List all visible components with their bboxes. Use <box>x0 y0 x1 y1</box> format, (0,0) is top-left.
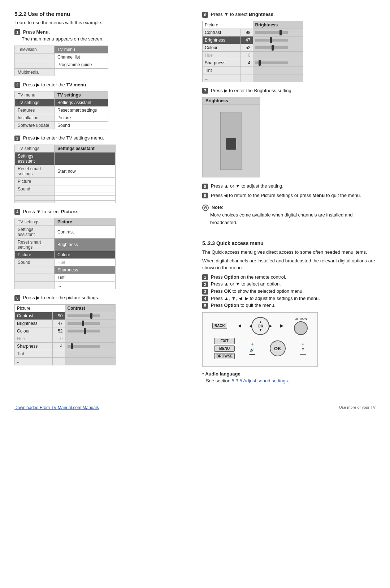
step-9: 9 Press ◀ to return to the Picture setti… <box>202 192 376 199</box>
menu-bs-n1: Contrast <box>203 29 240 36</box>
menu-bs-s5 <box>253 59 303 66</box>
remote-browse-btn: BROWSE <box>214 353 235 359</box>
menu-cs-s2 <box>65 319 116 327</box>
note-text: More choices come available when digital… <box>210 211 376 227</box>
menu-ps-r7: ... <box>55 282 116 289</box>
menu-bs-n7: ... <box>203 74 240 82</box>
qa-step-1-text: Press Option on the remote control. <box>211 274 286 280</box>
menu-bs-v6 <box>240 66 253 74</box>
menu-cs-v3: 52 <box>52 327 65 335</box>
menu-ps-l1: Settings assistant <box>15 226 55 239</box>
qa-step-5: 5 Press Option to quit the menu. <box>202 302 376 309</box>
step-7-text: Press ▶ to enter the Brightness setting. <box>211 88 293 93</box>
step-9-label: 9 <box>202 193 208 198</box>
menu-tv-right-4 <box>55 68 108 76</box>
remote-option-label: OPTION <box>295 317 307 321</box>
remote-menu-btn: MENU <box>214 345 235 352</box>
menu-bs-v3: 52 <box>240 44 253 51</box>
step-1: 1 Press Menu. <box>14 29 188 36</box>
step-6-label: 6 <box>202 12 208 18</box>
menu-cs-s4 <box>65 335 116 342</box>
remote-dpad: ▲ ◀ OK ▶ ▼ <box>251 317 269 335</box>
menu-bs-n3: Colour <box>203 44 240 51</box>
menu-bs-n4: Hue <box>203 51 240 59</box>
menu-cs-v7 <box>52 357 65 365</box>
menu-bs-v2: 47 <box>240 36 253 44</box>
menu-tvs-r4: Sound <box>55 122 108 129</box>
menu-ps-r6: Tint <box>55 274 116 282</box>
menu-bs-s2 <box>253 36 303 44</box>
remote-volume: + 🔊 — <box>249 341 255 356</box>
remote-ok-large: OK <box>270 340 286 356</box>
menu-bs-v5: 4 <box>240 59 253 66</box>
qa-step-5-text: Press Option to quit the menu. <box>211 302 276 308</box>
step-4: 4 Press ▼ to select Picture. <box>14 208 188 215</box>
step-1-label: 1 <box>14 29 20 35</box>
menu-tv-right-3: Programme guide <box>55 61 108 68</box>
audio-bullet: • Audio language See section 5.3.5 Adjus… <box>202 370 376 385</box>
menu-sa-l7 <box>15 198 55 200</box>
menu-sa-header-r: Settings assistant <box>55 145 116 152</box>
menu-ps-l3: Picture <box>15 251 55 259</box>
menu-television: Television TV menu Channel list Programm… <box>14 46 108 76</box>
menu-sa-l3: Picture <box>15 177 55 185</box>
menu-sa-header-l: TV settings <box>15 145 55 152</box>
menu-bs-s3 <box>253 44 303 51</box>
remote-ok-circle: OK <box>270 340 286 356</box>
menu-sa-r8 <box>55 200 116 203</box>
menu-cs-header-r: Contrast <box>65 304 116 312</box>
menu-bs-header-r: Brightness <box>253 21 303 29</box>
footer-link[interactable]: Downloaded From TV-Manual.com Manuals <box>14 405 99 410</box>
step-1-text: Press Menu. <box>23 29 50 35</box>
step-6: 6 Press ▼ to select Brightness. <box>202 11 376 18</box>
menu-bs-n5: Sharpness <box>203 59 240 66</box>
remote-nav-left: ◀ <box>238 323 241 328</box>
step-2: 2 Press ▶ to enter the TV menu. <box>14 81 188 89</box>
section-title: 5.2.2 Use of the menu <box>14 11 188 17</box>
step-5-label: 5 <box>14 295 20 301</box>
menu-sa-l6 <box>15 195 55 198</box>
qa-step-3: 3 Press OK to show the selected option m… <box>202 288 376 295</box>
audio-link[interactable]: 5.3.5 Adjust sound settings <box>232 378 288 383</box>
menu-ps-r5: Sharpness <box>55 266 116 274</box>
menu-cs-n4: Hue <box>15 335 53 342</box>
menu-cs-v1: 90 <box>52 312 65 319</box>
menu-cs-v4: 0 <box>52 335 65 342</box>
menu-bs-s6 <box>253 66 303 74</box>
section-divider <box>202 233 376 233</box>
menu-brightness-select: Picture Brightness Contrast 98 Brightnes… <box>202 21 303 82</box>
qa-step-1-label: 1 <box>202 274 208 280</box>
menu-cs-s6 <box>65 350 116 357</box>
menu-bs-v7 <box>240 74 253 82</box>
menu-settings-assistant: TV settings Settings assistant Settings … <box>14 145 116 203</box>
menu-tvs-r1: Settings assistant <box>55 99 108 107</box>
remote-exit-btn: EXIT <box>214 338 235 344</box>
step-9-text: Press ◀ to return to the Picture setting… <box>211 193 361 198</box>
menu-cs-v6 <box>52 350 65 357</box>
note-box: ⊖ Note: More choices come available when… <box>202 204 376 226</box>
menu-cs-n6: Tint <box>15 350 53 357</box>
section-2-title: 5..2.3 Quick access menu <box>202 240 376 247</box>
menu-ps-r4: Hue <box>55 259 116 266</box>
remote-option-area: OPTION <box>294 317 308 335</box>
step-6-text: Press ▼ to select Brightness. <box>211 12 275 17</box>
section-2-intro2: When digital channels are installed and … <box>202 257 376 271</box>
menu-cs-n5: Sharpness <box>15 342 53 350</box>
menu-ps-r2: Brightness <box>55 239 116 251</box>
menu-bs-n6: Tint <box>203 66 240 74</box>
remote-row-1: BACK ◀ ▲ ◀ OK ▶ ▼ ▶ <box>207 317 313 335</box>
footer-right: Use more of your TV <box>339 405 376 410</box>
menu-tv-right-1: TV menu <box>55 46 108 53</box>
step-3-label: 3 <box>14 136 20 141</box>
step-4-text: Press ▼ to select Picture. <box>23 209 78 214</box>
menu-tv-left-3 <box>15 61 55 68</box>
menu-sa-r5 <box>55 193 116 195</box>
remote-ch-plus: + <box>302 341 304 347</box>
menu-tv-settings: TV menu TV settings TV settings Settings… <box>14 91 108 129</box>
menu-bs-v1: 98 <box>240 29 253 36</box>
step-6-block: 6 Press ▼ to select Brightness. Picture … <box>202 11 376 385</box>
menu-tvs-header-l: TV menu <box>15 91 55 99</box>
qa-step-3-label: 3 <box>202 289 208 295</box>
menu-cs-header-l: Picture <box>15 304 65 312</box>
menu-tvs-l1: TV settings <box>15 99 55 107</box>
